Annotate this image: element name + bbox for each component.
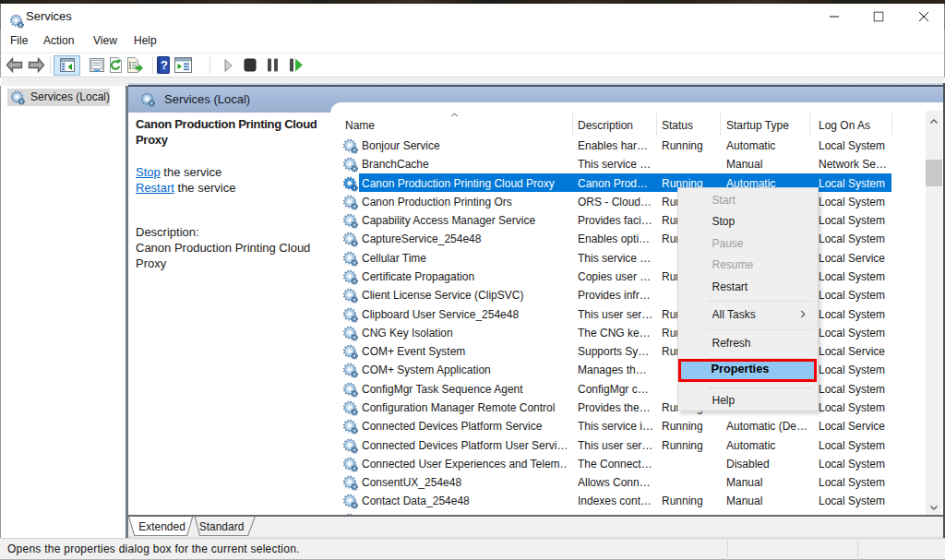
svg-text:?: ?	[161, 58, 168, 72]
